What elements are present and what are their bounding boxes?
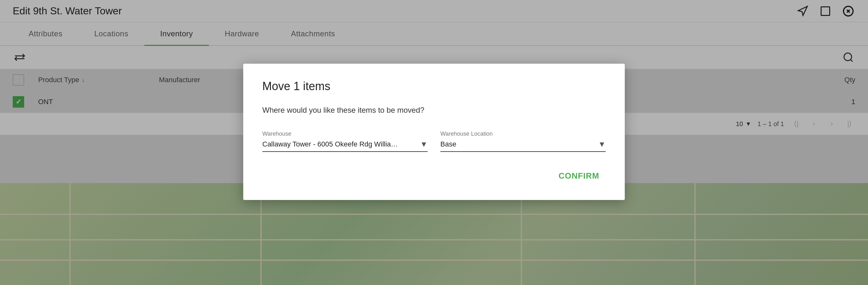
warehouse-location-label: Warehouse Location — [440, 131, 606, 137]
modal-overlay: Move 1 items Where would you like these … — [0, 0, 868, 285]
modal-fields: Warehouse Callaway Tower - 6005 Okeefe R… — [262, 131, 606, 152]
warehouse-dropdown-arrow: ▼ — [420, 140, 428, 149]
warehouse-select[interactable]: Callaway Tower - 6005 Okeefe Rdg Willia…… — [262, 140, 428, 152]
modal-question: Where would you like these items to be m… — [262, 106, 606, 115]
warehouse-label: Warehouse — [262, 131, 428, 137]
warehouse-location-dropdown-arrow: ▼ — [598, 140, 606, 149]
confirm-button[interactable]: CONFIRM — [552, 168, 606, 184]
warehouse-location-select[interactable]: Base ▼ — [440, 140, 606, 152]
warehouse-field-group: Warehouse Callaway Tower - 6005 Okeefe R… — [262, 131, 428, 152]
warehouse-location-field-group: Warehouse Location Base ▼ — [440, 131, 606, 152]
warehouse-location-value: Base — [440, 140, 598, 148]
modal-actions: CONFIRM — [262, 168, 606, 184]
warehouse-value: Callaway Tower - 6005 Okeefe Rdg Willia… — [262, 140, 420, 148]
move-items-modal: Move 1 items Where would you like these … — [243, 64, 625, 200]
modal-title: Move 1 items — [262, 80, 606, 93]
